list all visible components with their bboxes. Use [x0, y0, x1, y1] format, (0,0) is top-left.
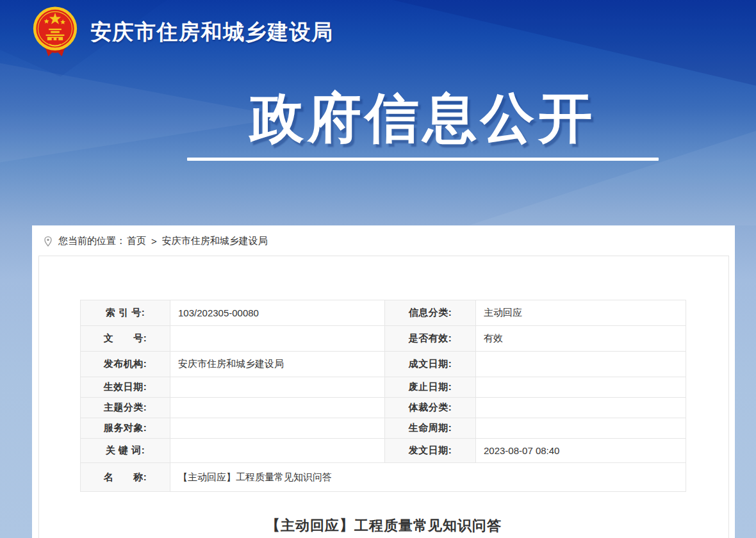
meta-value: 2023-08-07 08:40 — [476, 439, 686, 463]
site-brand[interactable]: 安庆市住房和城乡建设局 — [31, 6, 334, 58]
document-meta-table: 索 引 号: 103/202305-00080 信息分类: 主动回应 文 号: … — [80, 300, 686, 492]
page-background: 安庆市住房和城乡建设局 政府信息公开 您当前的位置： 首页 > 安庆市住房和城乡… — [0, 0, 756, 538]
location-pin-icon — [43, 236, 53, 247]
meta-row-service-target: 服务对象: 生命周期: — [81, 418, 686, 439]
meta-label: 关 键 词: — [81, 439, 170, 463]
meta-value — [170, 418, 385, 439]
meta-row-keywords: 关 键 词: 发文日期: 2023-08-07 08:40 — [81, 439, 686, 463]
meta-value: 主动回应 — [476, 300, 686, 326]
breadcrumb-separator: > — [151, 236, 157, 247]
meta-label: 是否有效: — [385, 326, 476, 352]
meta-value: 有效 — [476, 326, 686, 352]
meta-label: 成文日期: — [385, 352, 476, 377]
china-national-emblem-icon — [31, 6, 79, 58]
meta-label: 体裁分类: — [385, 398, 476, 418]
banner-title: 政府信息公开 — [186, 88, 660, 147]
meta-value: 【主动回应】工程质量常见知识问答 — [170, 463, 686, 492]
meta-label: 文 号: — [81, 326, 170, 352]
document-box: 索 引 号: 103/202305-00080 信息分类: 主动回应 文 号: … — [38, 256, 729, 538]
meta-row-topic-category: 主题分类: 体裁分类: — [81, 398, 686, 418]
meta-value — [476, 377, 686, 398]
breadcrumb: 您当前的位置： 首页 > 安庆市住房和城乡建设局 — [32, 225, 735, 256]
site-name: 安庆市住房和城乡建设局 — [90, 18, 334, 47]
meta-row-name: 名 称: 【主动回应】工程质量常见知识问答 — [81, 463, 686, 492]
meta-value — [476, 418, 686, 439]
meta-value — [170, 398, 385, 418]
meta-value — [170, 326, 385, 352]
meta-value — [170, 377, 385, 398]
content-panel: 您当前的位置： 首页 > 安庆市住房和城乡建设局 索 引 号: 103/2023… — [32, 225, 735, 538]
meta-value — [170, 439, 385, 463]
meta-value: 安庆市住房和城乡建设局 — [170, 352, 385, 377]
breadcrumb-link-home[interactable]: 首页 — [127, 235, 146, 247]
meta-label: 生命周期: — [385, 418, 476, 439]
meta-label: 名 称: — [81, 463, 170, 492]
meta-label: 发布机构: — [81, 352, 170, 377]
banner: 政府信息公开 — [186, 88, 660, 161]
meta-label: 废止日期: — [385, 377, 476, 398]
meta-label: 生效日期: — [81, 377, 170, 398]
meta-value: 103/202305-00080 — [170, 300, 385, 326]
meta-label: 主题分类: — [81, 398, 170, 418]
meta-label: 服务对象: — [81, 418, 170, 439]
site-header: 安庆市住房和城乡建设局 政府信息公开 — [0, 0, 756, 225]
meta-row-index-number: 索 引 号: 103/202305-00080 信息分类: 主动回应 — [81, 300, 686, 326]
meta-row-publisher: 发布机构: 安庆市住房和城乡建设局 成文日期: — [81, 352, 686, 377]
meta-row-doc-number: 文 号: 是否有效: 有效 — [81, 326, 686, 352]
meta-label: 信息分类: — [385, 300, 476, 326]
banner-underline — [187, 158, 659, 161]
meta-label: 索 引 号: — [81, 300, 170, 326]
breadcrumb-prefix: 您当前的位置： — [58, 235, 126, 247]
article-title: 【主动回应】工程质量常见知识问答 — [39, 516, 728, 535]
meta-label: 发文日期: — [385, 439, 476, 463]
meta-value — [476, 352, 686, 377]
meta-value — [476, 398, 686, 418]
breadcrumb-link-current[interactable]: 安庆市住房和城乡建设局 — [162, 235, 268, 247]
meta-row-effective-date: 生效日期: 废止日期: — [81, 377, 686, 398]
